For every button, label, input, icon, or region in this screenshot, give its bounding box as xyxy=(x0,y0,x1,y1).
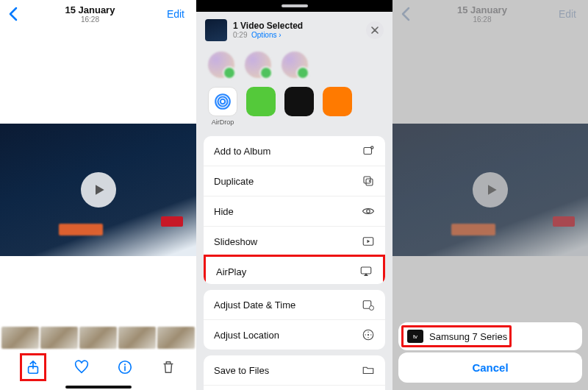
action-slideshow[interactable]: Slideshow xyxy=(204,227,385,257)
svg-point-3 xyxy=(220,99,226,104)
share-info: 1 Video Selected 0:29 Options › xyxy=(233,21,360,39)
cancel-button[interactable]: Cancel xyxy=(398,352,582,383)
app-icon xyxy=(323,87,352,116)
edit-button[interactable]: Edit xyxy=(162,5,189,23)
thumbnail[interactable] xyxy=(118,327,156,349)
folder-icon xyxy=(362,364,375,377)
header-title: 15 January 16:28 xyxy=(18,4,162,24)
play-icon xyxy=(92,182,107,197)
calendar-icon xyxy=(362,298,375,311)
video-thumbnail xyxy=(205,19,227,41)
action-label: Save to Files xyxy=(214,365,269,376)
action-label: Adjust Date & Time xyxy=(214,299,295,311)
sheet-grabber[interactable] xyxy=(282,4,308,7)
header-date: 15 January xyxy=(18,4,162,15)
location-icon xyxy=(362,328,375,341)
options-link[interactable]: Options xyxy=(251,31,276,39)
svg-point-16 xyxy=(368,334,369,336)
svg-point-2 xyxy=(124,364,126,365)
home-indicator xyxy=(65,386,132,389)
svg-point-7 xyxy=(371,146,373,149)
eye-icon xyxy=(362,205,375,218)
thumbnail[interactable] xyxy=(157,327,195,349)
action-label: Slideshow xyxy=(214,236,257,247)
action-adjust-date[interactable]: Adjust Date & Time xyxy=(204,290,385,320)
airdrop-icon xyxy=(208,87,237,116)
svg-rect-9 xyxy=(366,179,373,185)
highlight-share xyxy=(20,353,46,381)
svg-rect-6 xyxy=(364,148,372,155)
action-label: Hide xyxy=(214,206,234,217)
car-badge xyxy=(161,216,183,227)
action-hide[interactable]: Hide xyxy=(204,196,385,227)
svg-point-14 xyxy=(370,306,374,311)
screenshot-airplay-picker: 15 January 16:28 Edit tv Samsung 7 Serie… xyxy=(392,0,588,390)
chevron-right-icon: › xyxy=(279,31,281,39)
header-time: 16:28 xyxy=(18,15,162,24)
close-button[interactable] xyxy=(366,21,384,39)
close-icon xyxy=(371,26,379,34)
album-icon xyxy=(362,144,375,157)
bottom-toolbar xyxy=(0,353,196,381)
screenshot-photos-viewer: 15 January 16:28 Edit xyxy=(0,0,196,390)
contact-avatar[interactable] xyxy=(245,52,271,78)
actions-group-3: Save to Files Open in QQ Mail xyxy=(204,355,385,390)
app-airdrop[interactable]: AirDrop xyxy=(208,87,237,126)
app-item[interactable] xyxy=(246,87,276,116)
app-item[interactable] xyxy=(323,87,352,116)
nav-bar: 15 January 16:28 Edit xyxy=(0,0,196,28)
app-icon xyxy=(284,87,314,116)
share-header: 1 Video Selected 0:29 Options › xyxy=(196,12,392,46)
airplay-icon xyxy=(359,265,373,278)
thumbnail[interactable] xyxy=(1,327,39,349)
contacts-row xyxy=(196,46,392,79)
duration-label: 0:29 xyxy=(233,31,247,39)
favorite-icon[interactable] xyxy=(74,359,90,375)
info-icon[interactable] xyxy=(117,359,133,375)
car-graphic xyxy=(59,224,103,235)
actions-group-2: Adjust Date & Time Adjust Location xyxy=(204,290,385,350)
highlight-device xyxy=(401,325,512,347)
svg-rect-8 xyxy=(364,177,370,183)
action-label: Add to Album xyxy=(214,146,270,157)
thumbnail[interactable] xyxy=(40,327,78,349)
actions-group-1: Add to Album Duplicate Hide Slideshow Ai… xyxy=(204,136,385,284)
action-airplay[interactable]: AirPlay xyxy=(204,255,385,284)
trash-icon[interactable] xyxy=(160,359,176,375)
action-add-album[interactable]: Add to Album xyxy=(204,136,385,166)
airdrop-label: AirDrop xyxy=(208,118,237,126)
action-adjust-location[interactable]: Adjust Location xyxy=(204,320,385,350)
duplicate-icon xyxy=(362,174,375,188)
back-button[interactable] xyxy=(7,7,18,21)
action-save-files[interactable]: Save to Files xyxy=(204,355,385,386)
action-label: Duplicate xyxy=(214,176,254,187)
selection-title: 1 Video Selected xyxy=(233,21,360,31)
slideshow-icon xyxy=(362,235,375,248)
svg-point-4 xyxy=(218,97,228,107)
screenshot-share-sheet: 1 Video Selected 0:29 Options › AirDrop xyxy=(196,0,392,390)
contact-avatar[interactable] xyxy=(282,52,308,78)
action-label: AirPlay xyxy=(216,266,246,277)
svg-rect-12 xyxy=(361,267,371,274)
contact-avatar[interactable] xyxy=(208,52,234,78)
app-icon xyxy=(246,87,276,116)
video-preview[interactable] xyxy=(0,124,196,256)
action-label: Adjust Location xyxy=(214,330,279,341)
action-duplicate[interactable]: Duplicate xyxy=(204,166,385,196)
action-open-qqmail[interactable]: Open in QQ Mail xyxy=(204,386,385,390)
selection-subtitle: 0:29 Options › xyxy=(233,31,360,39)
app-item[interactable] xyxy=(284,87,314,116)
play-button[interactable] xyxy=(81,172,116,208)
apps-row: AirDrop xyxy=(196,79,392,136)
svg-point-10 xyxy=(367,210,370,213)
thumbnail-strip[interactable] xyxy=(0,327,196,349)
thumbnail[interactable] xyxy=(79,327,117,349)
share-icon[interactable] xyxy=(25,359,41,375)
airplay-device-row[interactable]: tv Samsung 7 Series xyxy=(398,322,582,350)
